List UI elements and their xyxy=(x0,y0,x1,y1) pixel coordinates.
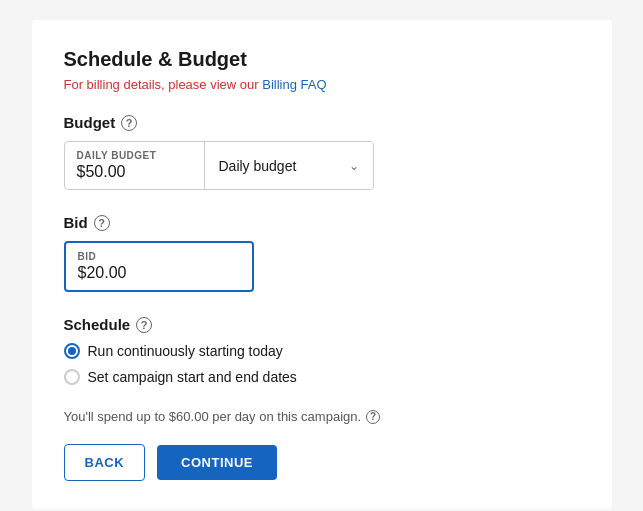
schedule-section: Schedule ? Run continuously starting tod… xyxy=(64,316,580,385)
bid-input-box: BID xyxy=(64,241,254,292)
schedule-section-header: Schedule ? xyxy=(64,316,580,333)
bid-input-label: BID xyxy=(78,251,240,262)
bid-input[interactable] xyxy=(78,264,240,282)
budget-help-icon[interactable]: ? xyxy=(121,115,137,131)
daily-budget-label: DAILY BUDGET xyxy=(77,150,192,161)
bid-section: Bid ? BID xyxy=(64,214,580,292)
billing-info: For billing details, please view our Bil… xyxy=(64,77,580,92)
radio-dates[interactable] xyxy=(64,369,80,385)
budget-label: Budget xyxy=(64,114,116,131)
billing-info-text: For billing details, please view our xyxy=(64,77,259,92)
back-button[interactable]: BACK xyxy=(64,444,146,481)
button-row: BACK CONTINUE xyxy=(64,444,580,481)
bid-help-icon[interactable]: ? xyxy=(94,215,110,231)
budget-section: Budget ? DAILY BUDGET Daily budget ⌄ xyxy=(64,114,580,190)
radio-continuous-inner xyxy=(68,347,76,355)
spend-info: You'll spend up to $60.00 per day on thi… xyxy=(64,409,580,424)
schedule-dates-label: Set campaign start and end dates xyxy=(88,369,297,385)
schedule-option-dates[interactable]: Set campaign start and end dates xyxy=(64,369,580,385)
page-title: Schedule & Budget xyxy=(64,48,580,71)
schedule-help-icon[interactable]: ? xyxy=(136,317,152,333)
budget-type-selector[interactable]: Daily budget ⌄ xyxy=(205,142,373,189)
spend-info-icon[interactable]: ? xyxy=(366,410,380,424)
bid-label: Bid xyxy=(64,214,88,231)
spend-info-text: You'll spend up to $60.00 per day on thi… xyxy=(64,409,362,424)
continue-button[interactable]: CONTINUE xyxy=(157,445,277,480)
budget-input-wrapper: DAILY BUDGET xyxy=(65,142,205,189)
bid-section-header: Bid ? xyxy=(64,214,580,231)
schedule-continuous-label: Run continuously starting today xyxy=(88,343,283,359)
budget-type-text: Daily budget xyxy=(219,158,297,174)
budget-row: DAILY BUDGET Daily budget ⌄ xyxy=(64,141,374,190)
budget-section-header: Budget ? xyxy=(64,114,580,131)
radio-continuous[interactable] xyxy=(64,343,80,359)
billing-faq-link[interactable]: Billing FAQ xyxy=(262,77,326,92)
schedule-option-continuous[interactable]: Run continuously starting today xyxy=(64,343,580,359)
chevron-down-icon: ⌄ xyxy=(349,159,359,173)
schedule-label: Schedule xyxy=(64,316,131,333)
daily-budget-input[interactable] xyxy=(77,163,192,181)
schedule-budget-card: Schedule & Budget For billing details, p… xyxy=(32,20,612,509)
